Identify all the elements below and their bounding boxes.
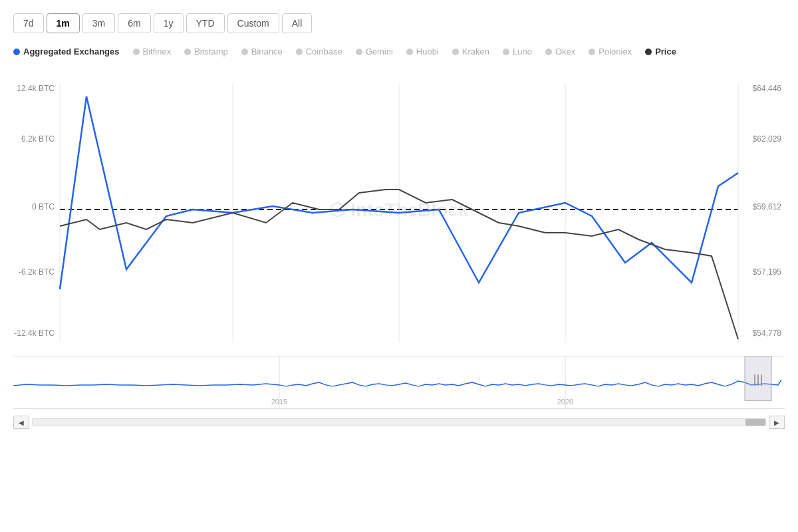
legend-dot-gemini [356,49,362,55]
legend-item-luno[interactable]: Luno [503,47,532,57]
time-btn-custom[interactable]: Custom [227,13,279,33]
legend-label-okex: Okex [555,47,575,57]
svg-text:-12.4k BTC: -12.4k BTC [14,329,55,338]
svg-text:Sep 2: Sep 2 [661,348,682,349]
svg-text:$64,446: $64,446 [753,84,782,93]
legend-item-binance[interactable]: Binance [241,47,283,57]
svg-text:$57,195: $57,195 [753,267,782,277]
legend-label-huobi: Huobi [416,47,439,57]
main-chart-svg: 12.4k BTC 6.2k BTC 0 BTC -6.2k BTC -12.4… [13,70,785,349]
legend-label-luno: Luno [513,47,532,57]
legend-item-okex[interactable]: Okex [545,47,575,57]
svg-text:Aug 26: Aug 26 [493,348,518,349]
scroll-right-button[interactable]: ▶ [769,416,785,429]
time-btn-1m[interactable]: 1m [47,13,80,33]
legend-dot-poloniex [589,49,595,55]
legend-dot-aggregated-exchanges [13,49,20,55]
main-chart-area: ⬡ IntoTheBlock 12.4k BTC 6.2k BTC 0 BTC … [13,70,785,349]
svg-text:Aug 12: Aug 12 [160,348,186,349]
main-container: 7d1m3m6m1yYTDCustomAll Aggregated Exchan… [0,0,798,532]
legend-dot-binance [241,49,248,55]
mini-chart-container: 2015 2020 [13,356,785,409]
svg-text:2020: 2020 [557,398,573,406]
legend-label-bitstamp: Bitstamp [194,47,228,57]
chart-legend: Aggregated ExchangesBitfinexBitstampBina… [13,47,785,57]
svg-text:0 BTC: 0 BTC [32,202,55,211]
svg-text:12.4k BTC: 12.4k BTC [17,84,55,93]
legend-dot-kraken [452,49,459,55]
legend-item-price[interactable]: Price [645,47,676,57]
legend-label-coinbase: Coinbase [306,47,342,57]
legend-dot-bitstamp [184,49,191,55]
legend-item-gemini[interactable]: Gemini [356,47,393,57]
svg-text:$54,778: $54,778 [753,329,782,338]
legend-item-poloniex[interactable]: Poloniex [589,47,632,57]
legend-item-aggregated-exchanges[interactable]: Aggregated Exchanges [13,47,120,57]
legend-label-poloniex: Poloniex [598,47,632,57]
svg-text:2015: 2015 [271,398,287,406]
legend-label-gemini: Gemini [366,47,393,57]
legend-dot-huobi [406,49,413,55]
time-btn-3m[interactable]: 3m [82,13,115,33]
time-btn-ytd[interactable]: YTD [186,13,225,33]
legend-item-coinbase[interactable]: Coinbase [296,47,342,57]
legend-item-bitstamp[interactable]: Bitstamp [184,47,228,57]
svg-text:$59,612: $59,612 [753,202,782,211]
legend-item-huobi[interactable]: Huobi [406,47,439,57]
time-btn-1y[interactable]: 1y [154,13,184,33]
svg-text:$62,029: $62,029 [753,134,782,144]
time-range-buttons: 7d1m3m6m1yYTDCustomAll [13,13,785,33]
scroll-thumb[interactable] [745,419,765,426]
mini-chart-svg: 2015 2020 [13,356,785,408]
legend-label-price: Price [655,47,676,57]
scroll-left-button[interactable]: ◀ [13,416,29,429]
legend-dot-coinbase [296,49,303,55]
legend-dot-okex [545,49,552,55]
legend-label-aggregated-exchanges: Aggregated Exchanges [23,47,120,57]
svg-text:6.2k BTC: 6.2k BTC [21,134,55,144]
time-btn-7d[interactable]: 7d [13,13,44,33]
legend-label-bitfinex: Bitfinex [143,47,172,57]
scroll-track[interactable] [32,418,766,426]
legend-item-bitfinex[interactable]: Bitfinex [133,47,172,57]
svg-text:Aug 19: Aug 19 [327,348,352,349]
time-btn-all[interactable]: All [282,13,313,33]
scrollbar: ◀ ▶ [13,414,785,430]
legend-label-binance: Binance [251,47,283,57]
legend-dot-luno [503,49,509,55]
legend-dot-bitfinex [133,49,140,55]
legend-dot-price [645,49,652,55]
time-btn-6m[interactable]: 6m [118,13,150,33]
svg-text:-6.2k BTC: -6.2k BTC [19,267,55,277]
legend-item-kraken[interactable]: Kraken [452,47,489,57]
legend-label-kraken: Kraken [462,47,489,57]
